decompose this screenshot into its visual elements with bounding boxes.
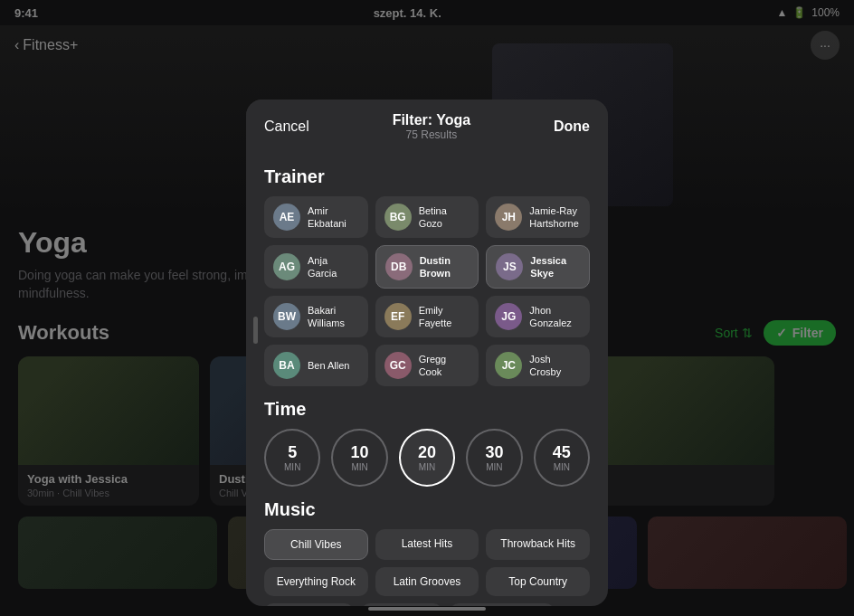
trainer-item-anja[interactable]: AG Anja Garcia: [264, 245, 368, 289]
home-indicator: [368, 607, 486, 611]
modal-title-area: Filter: Yoga 75 Results: [393, 112, 471, 141]
scroll-indicator: [253, 317, 258, 344]
trainer-name: Ben Allen: [308, 359, 349, 372]
time-value: 45: [553, 443, 571, 462]
time-unit: MIN: [284, 462, 300, 472]
music-chip-country[interactable]: Top Country: [486, 567, 590, 596]
trainer-item-betina[interactable]: BG Betina Gozo: [375, 196, 479, 238]
trainer-name: Betina Gozo: [419, 204, 470, 231]
music-chip-chillvibes[interactable]: Chill Vibes: [264, 529, 368, 560]
music-section-heading: Music: [264, 499, 590, 520]
time-section-heading: Time: [264, 399, 590, 420]
trainer-avatar: JH: [495, 204, 522, 231]
time-dial-20[interactable]: 20 MIN: [399, 429, 455, 487]
trainer-item-josh[interactable]: JC Josh Crosby: [486, 345, 590, 386]
music-chip-upbeat[interactable]: Upbeat Anthems: [450, 603, 555, 606]
modal-title: Filter: Yoga: [393, 112, 471, 128]
modal-overlay: Cancel Filter: Yoga 75 Results Done Trai…: [0, 0, 854, 616]
trainer-avatar: BW: [273, 303, 300, 330]
modal-results: 75 Results: [393, 128, 471, 141]
trainer-name: Emily Fayette: [419, 304, 470, 330]
trainer-avatar: JC: [495, 352, 522, 379]
trainer-item-amir[interactable]: AE Amir Ekbatani: [264, 196, 368, 238]
trainer-section-heading: Trainer: [264, 166, 590, 187]
trainer-avatar: JG: [495, 303, 522, 330]
trainer-avatar: BG: [384, 204, 412, 231]
trainer-name: Jamie-Ray Hartshorne: [529, 204, 581, 231]
trainer-item-ben[interactable]: BA Ben Allen: [264, 345, 368, 386]
trainer-item-dustin[interactable]: DB Dustin Brown: [375, 245, 479, 289]
trainer-item-jamie[interactable]: JH Jamie-Ray Hartshorne: [486, 196, 590, 238]
trainer-name: Josh Crosby: [529, 353, 581, 379]
trainer-item-bakari[interactable]: BW Bakari Williams: [264, 296, 368, 337]
time-value: 30: [485, 443, 503, 462]
music-chip-hiphop[interactable]: Hip Hop/R&B: [264, 603, 354, 606]
trainer-avatar: AG: [273, 253, 300, 280]
time-value: 20: [418, 443, 436, 462]
trainer-name: Amir Ekbatani: [308, 204, 359, 231]
music-grid: Chill Vibes Latest Hits Throwback Hits E…: [264, 529, 590, 596]
trainer-avatar: GC: [384, 352, 412, 379]
trainer-name: Gregg Cook: [419, 353, 470, 379]
done-button[interactable]: Done: [554, 118, 590, 135]
trainer-name: Anja Garcia: [308, 254, 359, 280]
time-value: 10: [351, 443, 369, 462]
trainer-name: Jhon Gonzalez: [529, 304, 581, 330]
time-dial-5[interactable]: 5 MIN: [264, 429, 320, 487]
trainer-item-gregg[interactable]: GC Gregg Cook: [375, 345, 479, 386]
trainer-item-jessica[interactable]: JS Jessica Skye: [486, 245, 590, 289]
time-value: 5: [288, 443, 297, 462]
time-dial-45[interactable]: 45 MIN: [534, 429, 590, 487]
cancel-button[interactable]: Cancel: [264, 118, 309, 135]
trainer-avatar: DB: [385, 253, 413, 280]
trainer-avatar: JS: [496, 253, 523, 280]
time-dial-30[interactable]: 30 MIN: [466, 429, 522, 487]
music-chip-purefocus[interactable]: Pure Focus: [361, 603, 441, 606]
time-unit: MIN: [486, 462, 502, 472]
trainer-item-jhon[interactable]: JG Jhon Gonzalez: [486, 296, 590, 337]
music-chip-latin[interactable]: Latin Grooves: [375, 567, 479, 596]
trainer-avatar: AE: [273, 204, 300, 231]
music-chip-rock[interactable]: Everything Rock: [264, 567, 368, 596]
time-unit: MIN: [351, 462, 367, 472]
time-unit: MIN: [419, 462, 435, 472]
trainer-name: Jessica Skye: [530, 254, 580, 280]
modal-header: Cancel Filter: Yoga 75 Results Done: [246, 100, 608, 145]
music-chip-throwback[interactable]: Throwback Hits: [486, 529, 590, 560]
music-chip-latesthits[interactable]: Latest Hits: [375, 529, 479, 560]
time-row: 5 MIN 10 MIN 20 MIN 30 MIN 45 MIN: [264, 429, 590, 487]
trainer-name: Bakari Williams: [308, 304, 359, 330]
trainer-name: Dustin Brown: [420, 254, 470, 280]
trainer-avatar: BA: [273, 352, 300, 379]
trainer-avatar: EF: [384, 303, 412, 330]
partial-music-row: Hip Hop/R&B Pure Focus Upbeat Anthems: [264, 603, 590, 606]
modal-body: Trainer AE Amir Ekbatani BG Betina Gozo …: [246, 145, 608, 606]
time-dial-10[interactable]: 10 MIN: [331, 429, 387, 487]
trainer-item-emily[interactable]: EF Emily Fayette: [375, 296, 479, 337]
trainer-grid: AE Amir Ekbatani BG Betina Gozo JH Jamie…: [264, 196, 590, 386]
time-unit: MIN: [554, 462, 570, 472]
filter-modal: Cancel Filter: Yoga 75 Results Done Trai…: [246, 100, 608, 606]
